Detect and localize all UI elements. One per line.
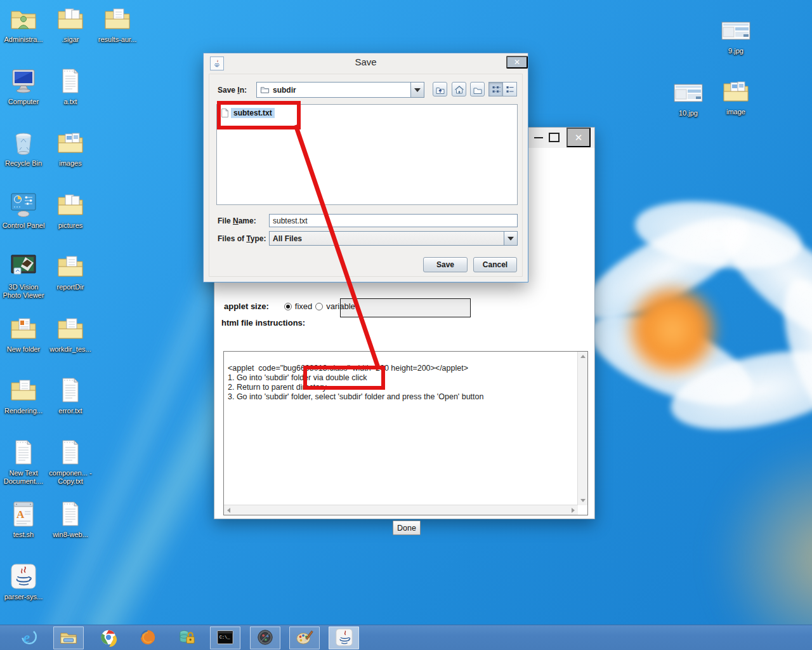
save-in-label: Save In: — [218, 86, 247, 95]
desktop-icon-new-folder[interactable]: New folder — [1, 314, 46, 354]
desktop-icon-administra[interactable]: Administra... — [1, 4, 46, 44]
file-list-item[interactable]: subtest.txt — [221, 108, 275, 118]
desktop-icon-label: Computer — [1, 98, 46, 106]
desktop-icon-glyph — [48, 4, 93, 34]
instruction-line: 1. Go into 'subdir' folder via double cl… — [228, 373, 576, 383]
home-icon[interactable] — [452, 82, 466, 96]
chevron-down-icon[interactable] — [410, 83, 424, 97]
desktop-icon-glyph — [48, 251, 93, 282]
taskbar-password-safe-button[interactable] — [172, 627, 202, 649]
desktop-icon-label: 3D Vision Photo Viewer — [1, 283, 46, 300]
desktop-icon-glyph — [713, 76, 759, 107]
svg-text:e: e — [23, 628, 30, 645]
desktop-icon-glyph — [95, 4, 140, 34]
desktop-icon-label: New folder — [1, 345, 46, 354]
desktop-icon-label: results-aur... — [95, 36, 140, 44]
desktop-icon-glyph — [48, 314, 93, 344]
desktop-icon-glyph — [1, 375, 46, 406]
taskbar-button-icon — [99, 628, 118, 649]
desktop-icon-new-text-document[interactable]: New Text Document.... — [1, 437, 46, 486]
file-name-input[interactable] — [269, 214, 518, 227]
taskbar-paint-button[interactable] — [289, 627, 320, 649]
desktop-icon-sigar[interactable]: .sigar — [48, 4, 93, 44]
maximize-icon[interactable] — [549, 133, 560, 142]
instruction-line: 2. Return to parent directory — [228, 383, 576, 392]
new-folder-icon[interactable] — [470, 82, 485, 96]
save-button[interactable]: Save — [423, 257, 468, 272]
taskbar-button-icon: e — [20, 628, 39, 649]
scroll-down-icon[interactable] — [580, 499, 586, 502]
desktop-icon-workdir-tes[interactable]: workdir_tes... — [48, 314, 93, 354]
folder-icon — [260, 85, 270, 95]
desktop-icon-test-sh[interactable]: A test.sh — [1, 499, 46, 539]
desktop-icon-results-aur[interactable]: results-aur... — [95, 4, 140, 44]
horizontal-scrollbar[interactable] — [224, 505, 578, 515]
taskbar-java-app-button[interactable] — [329, 627, 359, 649]
desktop-icon-label: 10.jpg — [665, 109, 711, 117]
taskbar-internet-explorer-button[interactable]: e — [14, 627, 44, 649]
desktop-icon-error-txt[interactable]: error.txt — [48, 375, 93, 415]
desktop-icon-control-panel[interactable]: Control Panel — [1, 190, 46, 230]
desktop-icon-label: Control Panel — [1, 222, 46, 230]
desktop-icon-label: parser-sys... — [1, 593, 46, 601]
chevron-down-icon[interactable] — [504, 232, 517, 245]
taskbar-button-icon — [138, 628, 157, 649]
desktop-icon-recycle-bin[interactable]: Recycle Bin — [1, 128, 46, 168]
taskbar: e C:\_ — [0, 625, 812, 650]
files-of-type-value: All Files — [273, 234, 302, 243]
desktop-icon-computer[interactable]: Computer — [1, 66, 46, 106]
details-view-icon[interactable] — [502, 82, 517, 96]
scroll-right-icon[interactable] — [572, 508, 575, 513]
file-name-label: File Name: — [218, 216, 256, 225]
desktop-icon-image[interactable]: image — [713, 76, 759, 116]
taskbar-firefox-button[interactable] — [133, 627, 163, 649]
taskbar-media-app-button[interactable] — [250, 627, 280, 649]
desktop-icon-label: images — [48, 159, 93, 168]
desktop-icon-label: test.sh — [1, 531, 46, 539]
close-button[interactable]: ✕ — [566, 128, 591, 147]
file-name: subtest.txt — [231, 108, 275, 118]
desktop-icon-label: a.txt — [48, 98, 93, 106]
desktop-icon-glyph — [48, 128, 93, 158]
close-icon[interactable]: ✕ — [506, 56, 528, 69]
taskbar-button-icon — [334, 628, 353, 649]
desktop-icon-glyph — [1, 314, 46, 344]
desktop-icon-parser-sys[interactable]: parser-sys... — [1, 561, 46, 601]
desktop-icon-10-jpg[interactable]: 10.jpg — [665, 77, 711, 117]
files-of-type-combobox[interactable]: All Files — [269, 231, 518, 246]
taskbar-chrome-button[interactable] — [93, 627, 124, 649]
desktop-icon-componen-copy-txt[interactable]: componen... - Copy.txt — [48, 437, 93, 486]
radio-fixed[interactable] — [284, 303, 292, 310]
radio-fixed-label: fixed — [295, 302, 312, 311]
scroll-up-icon[interactable] — [580, 355, 586, 358]
desktop-icon-images[interactable]: images — [48, 128, 93, 168]
desktop-icon-win8-web[interactable]: win8-web... — [48, 499, 93, 539]
desktop-icon-pictures[interactable]: pictures — [48, 190, 93, 230]
desktop-icon-label: Administra... — [1, 36, 46, 44]
save-in-combobox[interactable]: subdir — [256, 82, 424, 98]
desktop-icon-label: reportDir — [48, 283, 93, 291]
minimize-icon[interactable] — [534, 137, 543, 138]
up-folder-icon[interactable] — [433, 82, 447, 96]
desktop-icon-glyph — [1, 128, 46, 158]
file-list[interactable]: subtest.txt — [216, 104, 518, 205]
taskbar-command-prompt-button[interactable]: C:\_ — [210, 627, 240, 649]
desktop-icon-glyph — [665, 77, 711, 108]
done-button[interactable]: Done — [393, 521, 421, 535]
desktop-icon-9-jpg[interactable]: 9.jpg — [713, 15, 759, 55]
scroll-left-icon[interactable] — [227, 508, 230, 513]
desktop-icon-reportdir[interactable]: reportDir — [48, 251, 93, 291]
taskbar-button-icon: C:\_ — [216, 628, 235, 649]
grid-view-icon[interactable] — [488, 82, 503, 96]
radio-variable[interactable] — [315, 303, 323, 310]
partially-hidden-field[interactable] — [340, 298, 471, 317]
desktop-icon-rendering[interactable]: Rendering... — [1, 375, 46, 415]
vertical-scrollbar[interactable] — [577, 352, 587, 505]
desktop-icon-a-txt[interactable]: a.txt — [48, 66, 93, 106]
cancel-button[interactable]: Cancel — [473, 257, 517, 272]
file-icon — [221, 108, 229, 118]
save-in-value: subdir — [273, 86, 296, 95]
desktop-icon-3d-vision-photo-viewer[interactable]: 3D Vision Photo Viewer — [1, 251, 46, 300]
taskbar-file-explorer-button[interactable] — [53, 627, 84, 649]
instructions-textarea[interactable]: <applet code="bug6698013.class" width=20… — [223, 351, 588, 515]
